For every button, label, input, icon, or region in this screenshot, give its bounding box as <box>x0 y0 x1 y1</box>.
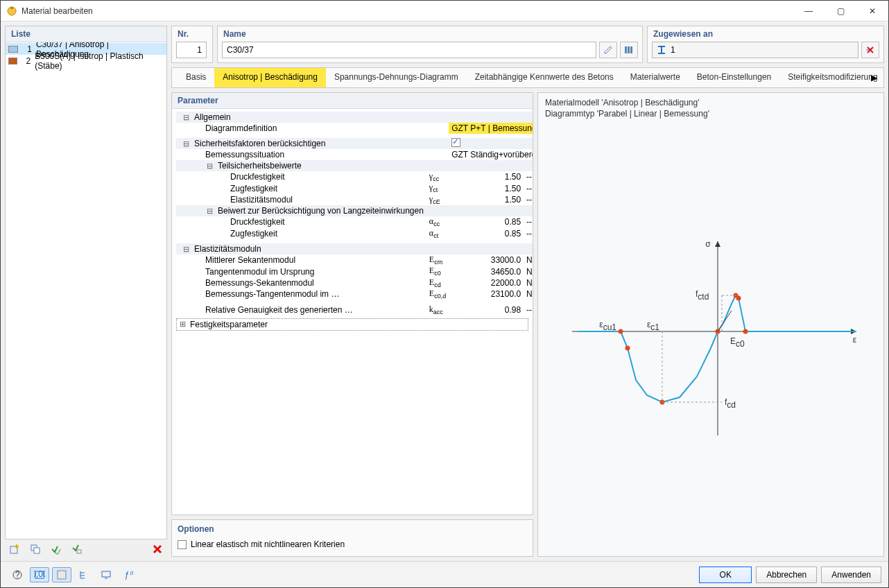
new-item-button[interactable] <box>5 542 24 557</box>
title-bar: Material bearbeiten — ▢ ✕ <box>1 1 888 21</box>
material-list[interactable]: 1 C30/37 | Anisotrop | Beschädigung 2 B5… <box>6 42 166 539</box>
apply-button[interactable]: Anwenden <box>821 567 881 583</box>
stress-strain-chart: σεεcu1εc1Ec0fctdfcd <box>558 227 863 449</box>
svg-text:ε: ε <box>853 335 857 345</box>
list-row-label: B500S(A) | Isotrop | Plastisch (Stäbe) <box>35 51 164 71</box>
svg-text:?: ? <box>15 570 20 580</box>
param-row[interactable]: Druckfestigkeitαcc0.85-- <box>176 216 533 227</box>
param-group[interactable]: Beiwert zur Berücksichtigung von Langzei… <box>176 205 533 216</box>
options-header: Optionen <box>178 524 527 534</box>
svg-point-18 <box>736 296 741 301</box>
maximize-button[interactable]: ▢ <box>825 1 856 21</box>
clear-assignment-icon <box>865 45 875 55</box>
preview-caption-line1: Materialmodell 'Anisotrop | Beschädigung… <box>545 97 877 108</box>
param-row[interactable]: Zugfestigkeitγct1.50-- <box>176 182 533 193</box>
tabs: BasisAnisotrop | BeschädigungSpannungs-D… <box>171 67 884 88</box>
help-button[interactable]: ? <box>8 567 27 582</box>
close-button[interactable]: ✕ <box>856 1 888 21</box>
edit-icon <box>603 45 613 55</box>
tab-3[interactable]: Zeitabhängige Kennwerte des Betons <box>467 68 622 87</box>
tab-5[interactable]: Beton-Einstellungen <box>689 68 779 87</box>
param-row[interactable]: Bemessungs-SekantenmodulEcd22000.0N/mm² <box>176 277 533 288</box>
linear-elastic-checkbox[interactable]: Linear elastisch mit nichtlinearen Krite… <box>178 539 527 549</box>
list-row-num: 1 <box>22 44 32 54</box>
minimize-button[interactable]: — <box>793 1 825 21</box>
dialog-footer: ? 0,00 ƒ⁰ OK Abbrechen Anwenden <box>1 561 888 587</box>
swatch-icon <box>8 58 17 64</box>
assigned-label: Zugewiesen an <box>648 26 883 39</box>
view-toggle-button[interactable] <box>52 567 71 582</box>
parameters-header: Parameter <box>172 93 533 109</box>
checkbox-icon[interactable] <box>451 138 460 147</box>
param-row[interactable]: Zugfestigkeitαct0.85-- <box>176 228 533 239</box>
collapsed-section-festigkeitsparameter[interactable]: Festigkeitsparameter <box>176 318 528 331</box>
apply-checks-button[interactable] <box>46 542 66 557</box>
param-row[interactable]: ElastizitätsmodulγcE1.50-- <box>176 194 533 205</box>
svg-rect-35 <box>102 571 110 577</box>
svg-point-19 <box>743 329 748 334</box>
list-row-1[interactable]: 2 B500S(A) | Isotrop | Plastisch (Stäbe) <box>6 55 166 67</box>
tree-icon <box>78 569 89 580</box>
options-box: Optionen Linear elastisch mit nichtlinea… <box>171 519 533 557</box>
tab-0[interactable]: Basis <box>178 68 214 87</box>
param-group[interactable]: Elastizitätsmoduln <box>176 243 533 254</box>
svg-rect-7 <box>628 46 630 53</box>
view-icon <box>56 569 67 580</box>
tab-4[interactable]: Materialwerte <box>622 68 689 87</box>
param-group[interactable]: Teilsicherheitsbeiwerte <box>176 160 533 171</box>
preview-panel: Materialmodell 'Anisotrop | Beschädigung… <box>537 92 884 557</box>
name-label: Name <box>218 26 642 39</box>
svg-text:0,00: 0,00 <box>34 569 45 579</box>
function-button[interactable]: ƒ⁰ <box>119 567 138 582</box>
svg-line-24 <box>718 311 732 331</box>
library-icon <box>624 45 634 55</box>
tree-button[interactable] <box>74 567 94 582</box>
svg-rect-1 <box>10 7 13 9</box>
nr-label: Nr. <box>172 26 212 39</box>
name-input[interactable] <box>222 42 596 58</box>
list-toolbar <box>5 539 167 557</box>
param-row[interactable]: Druckfestigkeitγcc1.50-- <box>176 171 533 182</box>
app-icon <box>6 6 17 17</box>
assigned-field[interactable]: 1 <box>652 42 858 58</box>
list-header: Liste <box>6 26 166 42</box>
svg-rect-6 <box>625 46 627 53</box>
svg-point-14 <box>625 346 630 351</box>
svg-text:fcd: fcd <box>725 397 736 410</box>
secondary-checks-button[interactable] <box>67 542 87 557</box>
param-row[interactable]: DiagrammdefinitionGZT P+T | Bemessungswe… <box>176 123 533 134</box>
param-row[interactable]: BemessungssituationGZT Ständig+vorüberge… <box>176 149 533 160</box>
ok-button[interactable]: OK <box>699 567 752 583</box>
parameters-grid[interactable]: AllgemeinDiagrammdefinitionGZT P+T | Bem… <box>176 112 533 315</box>
edit-name-button[interactable] <box>599 42 617 58</box>
tab-2[interactable]: Spannungs-Dehnungs-Diagramm <box>326 68 467 87</box>
window-title: Material bearbeiten <box>21 6 793 16</box>
swatch-icon <box>8 46 18 53</box>
open-library-button[interactable] <box>620 42 638 58</box>
delete-item-button[interactable] <box>148 542 167 557</box>
copy-item-button[interactable] <box>26 542 45 557</box>
param-row[interactable]: Relative Genauigkeit des generierten …ka… <box>176 304 533 315</box>
svg-text:εcu1: εcu1 <box>599 320 616 332</box>
svg-text:εc1: εc1 <box>647 320 659 332</box>
linear-elastic-label: Linear elastisch mit nichtlinearen Krite… <box>191 539 345 549</box>
i-section-icon <box>657 45 666 55</box>
tabs-overflow-button[interactable]: ▶ <box>867 71 881 85</box>
nr-input[interactable] <box>176 42 207 58</box>
preview-caption-line2: Diagrammtyp 'Parabel | Linear | Bemessun… <box>545 108 877 119</box>
param-row[interactable]: Mittlerer SekantenmodulEcm33000.0N/mm² <box>176 254 533 266</box>
param-group[interactable]: Sicherheitsfaktoren berücksichtigen <box>176 138 533 149</box>
assigned-value: 1 <box>671 45 675 55</box>
display-button[interactable] <box>96 567 116 582</box>
units-button[interactable]: 0,00 <box>30 567 49 582</box>
svg-rect-34 <box>58 571 66 579</box>
help-icon: ? <box>12 569 23 580</box>
tab-1[interactable]: Anisotrop | Beschädigung <box>214 68 326 87</box>
param-group[interactable]: Allgemein <box>176 112 533 123</box>
svg-rect-4 <box>34 548 40 553</box>
svg-text:Ec0: Ec0 <box>730 336 745 349</box>
param-row[interactable]: Tangentenmodul im UrsprungEc034650.0N/mm… <box>176 266 533 277</box>
cancel-button[interactable]: Abbrechen <box>756 567 817 583</box>
param-row[interactable]: Bemessungs-Tangentenmodul im …Ec0,d23100… <box>176 288 533 300</box>
clear-assignment-button[interactable] <box>861 42 879 58</box>
